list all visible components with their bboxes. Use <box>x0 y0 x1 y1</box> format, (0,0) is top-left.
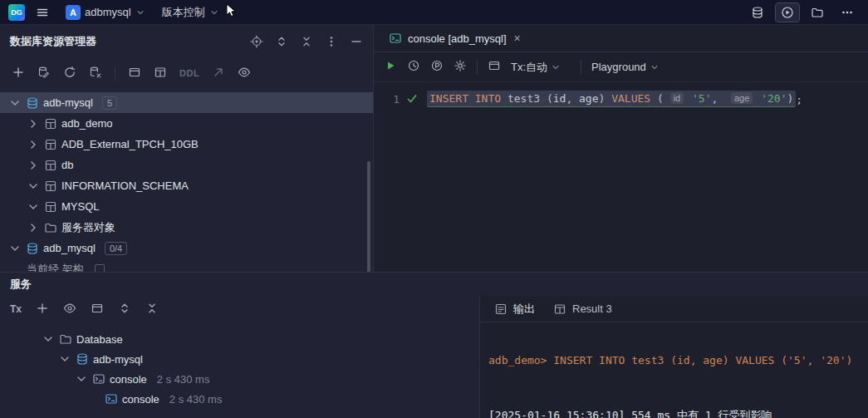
open-console-button[interactable] <box>91 302 104 317</box>
open-query-console-button[interactable] <box>128 66 141 81</box>
tree-row-schema[interactable]: INFORMATION_SCHEMA <box>0 175 373 196</box>
sql-token: ) <box>787 92 793 105</box>
clock-icon <box>407 59 420 72</box>
panel-options-button[interactable] <box>325 35 338 48</box>
project-name: adbmysql <box>85 6 131 18</box>
more-actions-button[interactable] <box>835 2 860 22</box>
database-edit-icon <box>37 66 51 79</box>
tree-row-schema[interactable]: adb_demo <box>0 113 373 134</box>
tree-row-schema[interactable]: MYSQL <box>0 196 373 217</box>
services-row-console[interactable]: console 2 s 430 ms <box>28 389 479 409</box>
chevron-down-icon[interactable] <box>8 242 22 255</box>
collapse-all-button[interactable] <box>145 302 159 317</box>
chevron-right-icon[interactable] <box>27 221 40 234</box>
chevron-right-icon[interactable] <box>27 138 40 151</box>
output-console[interactable]: adb_demo> INSERT INTO test3 (id, age) VA… <box>480 322 868 418</box>
tx-mode-select[interactable]: Tx:自动 <box>511 60 561 75</box>
top-split: 数据库资源管理器 DDL <box>0 25 868 272</box>
tab-output[interactable]: 输出 <box>485 296 544 322</box>
chevron-right-icon[interactable] <box>27 117 40 130</box>
services-row-label: Database <box>76 333 123 346</box>
vcs-widget[interactable]: 版本控制 <box>156 2 225 22</box>
disconnect-button[interactable] <box>89 66 102 81</box>
chevron-right-icon[interactable] <box>27 159 40 172</box>
settings-button[interactable] <box>454 59 467 75</box>
playground-select[interactable]: Playground <box>591 61 660 73</box>
services-row-console-session[interactable]: console 2 s 430 ms <box>28 369 479 389</box>
navigate-button[interactable] <box>212 66 225 81</box>
checkbox[interactable] <box>95 264 105 273</box>
folder-icon <box>811 6 824 19</box>
services-row-datasource[interactable]: adb-mysql <box>28 349 479 369</box>
console-line: [2025-01-16 15:36:10] 554 ms 中有 1 行受到影响 <box>488 406 868 418</box>
collapse-all-button[interactable] <box>300 35 313 48</box>
ellipsis-icon <box>841 6 854 19</box>
editor-body[interactable]: 1 INSERT INTO test3 (id, age) VALUES ( i… <box>374 82 868 272</box>
close-icon[interactable]: × <box>512 32 522 44</box>
tree-row-datasource[interactable]: adb-mysql 5 <box>0 92 373 113</box>
tx-filter-button[interactable]: Tx <box>10 303 22 315</box>
tree-row-datasource[interactable]: adb_mysql 0/4 <box>0 238 373 258</box>
expand-all-button[interactable] <box>118 302 131 317</box>
chevron-down-icon[interactable] <box>27 200 40 214</box>
main-menu-button[interactable] <box>30 2 55 22</box>
database-tool-button[interactable] <box>745 2 770 22</box>
sql-token: test3 <box>508 92 540 105</box>
sql-token: , <box>712 92 731 105</box>
sql-token: INSERT INTO <box>429 92 501 105</box>
expand-all-button[interactable] <box>275 35 288 48</box>
new-datasource-button[interactable] <box>12 66 25 81</box>
show-services-button[interactable] <box>63 302 76 317</box>
tree-row-schema[interactable]: ADB_External_TPCH_10GB <box>0 134 373 155</box>
tab-label: Result 3 <box>572 302 612 315</box>
chevron-down-icon[interactable] <box>42 332 55 346</box>
p-circle-icon <box>430 59 444 72</box>
refresh-button[interactable] <box>63 66 76 81</box>
datasource-properties-button[interactable] <box>37 66 51 81</box>
editor-window-icon <box>128 66 141 79</box>
tree-row-server-objects[interactable]: 服务器对象 <box>0 217 373 238</box>
target-icon <box>250 35 263 48</box>
services-body: Tx Database <box>0 296 868 418</box>
layout-button[interactable] <box>488 59 501 75</box>
datagrip-window: DG A adbmysql 版本控制 数据库资源管理器 <box>0 0 868 418</box>
history-button[interactable] <box>407 59 420 75</box>
chevron-down-icon[interactable] <box>58 352 71 366</box>
tree-row-schema[interactable]: db <box>0 155 373 175</box>
tab-result[interactable]: Result 3 <box>544 296 621 322</box>
tab-label: 输出 <box>513 302 535 317</box>
folder-icon <box>59 332 72 346</box>
project-folder-button[interactable] <box>805 2 830 22</box>
run-button[interactable] <box>384 59 397 75</box>
hamburger-icon <box>36 6 49 19</box>
services-row-database[interactable]: Database <box>28 329 479 349</box>
database-cancel-icon <box>89 66 102 79</box>
project-switcher[interactable]: A adbmysql <box>60 2 151 22</box>
chevron-down-icon <box>135 7 145 17</box>
ddl-button[interactable]: DDL <box>179 68 199 78</box>
output-pane: 输出 Result 3 adb_demo> INSERT INTO test3 … <box>480 296 868 418</box>
locate-object-button[interactable] <box>250 35 263 48</box>
services-content: Database adb-mysql console 2 s 430 ms <box>0 322 479 418</box>
sql-token: ( <box>540 92 553 105</box>
chevron-down-icon[interactable] <box>75 372 88 386</box>
output-log-icon <box>494 302 508 316</box>
run-widget-button[interactable] <box>775 2 800 22</box>
add-service-button[interactable] <box>36 302 49 317</box>
chevron-down-icon[interactable] <box>27 179 40 193</box>
sql-token <box>501 92 508 105</box>
preview-button[interactable] <box>238 66 251 81</box>
project-avatar: A <box>66 5 81 20</box>
tab-console[interactable]: console [adb_mysql] × <box>380 25 531 52</box>
hide-panel-button[interactable] <box>350 35 363 48</box>
sql-statement-line[interactable]: INSERT INTO test3 (id, age) VALUES ( id … <box>427 89 802 109</box>
console-icon <box>389 32 402 45</box>
explorer-scrollbar[interactable] <box>367 161 370 272</box>
execution-plan-button[interactable] <box>430 59 444 75</box>
open-table-button[interactable] <box>154 66 167 81</box>
kebab-icon <box>325 35 338 48</box>
tree-row-partial[interactable]: 当前经 架构 <box>0 258 373 272</box>
chevron-down-icon[interactable] <box>8 96 22 110</box>
plus-icon <box>12 66 25 79</box>
services-row-label: console <box>110 373 147 386</box>
